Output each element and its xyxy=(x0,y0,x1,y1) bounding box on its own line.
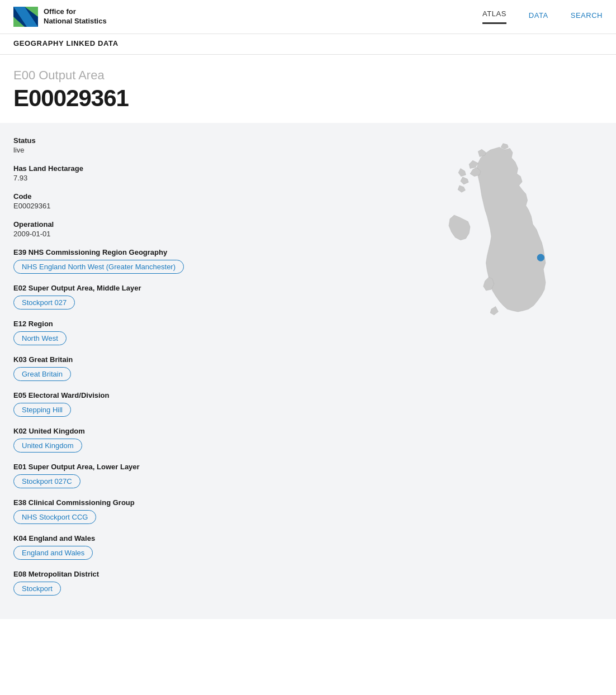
page-subtitle: E00 Output Area xyxy=(13,68,603,83)
page-main-title: E00029361 xyxy=(13,85,603,112)
field-label-2: Code xyxy=(13,192,390,201)
field-group-11: E38 Clinical Commissioning GroupNHS Stoc… xyxy=(13,498,390,524)
field-group-5: E02 Super Output Area, Middle LayerStock… xyxy=(13,284,390,310)
field-label-3: Operational xyxy=(13,220,390,229)
field-label-5: E02 Super Output Area, Middle Layer xyxy=(13,284,390,292)
org-name: Office for National Statistics xyxy=(44,7,107,26)
page-title-area: E00 Output Area E00029361 xyxy=(0,55,616,123)
field-label-4: E39 NHS Commissioning Region Geography xyxy=(13,248,390,256)
field-group-8: E05 Electoral Ward/DivisionStepping Hill xyxy=(13,391,390,417)
header-left: Office for National Statistics xyxy=(13,7,107,27)
field-group-0: Statuslive xyxy=(13,136,390,154)
nav-search[interactable]: SEARCH xyxy=(571,11,603,24)
field-tag-6[interactable]: North West xyxy=(13,331,67,345)
field-tag-4[interactable]: NHS England North West (Greater Manchest… xyxy=(13,260,184,274)
field-tag-8[interactable]: Stepping Hill xyxy=(13,403,71,417)
field-group-3: Operational2009-01-01 xyxy=(13,220,390,238)
field-label-12: K04 England and Wales xyxy=(13,534,390,542)
field-group-9: K02 United KingdomUnited Kingdom xyxy=(13,427,390,453)
field-tag-7[interactable]: Great Britain xyxy=(13,367,71,381)
content-area: StatusliveHas Land Hectarage7.93CodeE000… xyxy=(0,123,616,619)
uk-map xyxy=(413,142,591,354)
location-dot xyxy=(537,254,544,261)
site-title: GEOGRAPHY LINKED DATA xyxy=(13,39,119,47)
left-panel: StatusliveHas Land Hectarage7.93CodeE000… xyxy=(13,136,390,606)
field-value-1: 7.93 xyxy=(13,174,390,182)
field-group-13: E08 Metropolitan DistrictStockport xyxy=(13,570,390,596)
nav-atlas[interactable]: ATLAS xyxy=(482,9,506,24)
field-tag-9[interactable]: United Kingdom xyxy=(13,439,82,453)
site-title-bar: GEOGRAPHY LINKED DATA xyxy=(0,34,616,55)
field-group-10: E01 Super Output Area, Lower LayerStockp… xyxy=(13,463,390,488)
field-group-7: K03 Great BritainGreat Britain xyxy=(13,355,390,381)
field-group-6: E12 RegionNorth West xyxy=(13,320,390,345)
right-panel xyxy=(401,136,603,606)
main-nav: ATLAS DATA SEARCH xyxy=(482,9,603,24)
field-tag-5[interactable]: Stockport 027 xyxy=(13,296,75,310)
field-group-2: CodeE00029361 xyxy=(13,192,390,210)
field-value-2: E00029361 xyxy=(13,202,390,210)
field-group-12: K04 England and WalesEngland and Wales xyxy=(13,534,390,560)
field-label-0: Status xyxy=(13,136,390,145)
field-label-1: Has Land Hectarage xyxy=(13,164,390,173)
field-label-9: K02 United Kingdom xyxy=(13,427,390,435)
field-label-6: E12 Region xyxy=(13,320,390,328)
nav-data[interactable]: DATA xyxy=(529,11,548,24)
field-label-7: K03 Great Britain xyxy=(13,355,390,364)
ons-logo-icon xyxy=(13,7,38,27)
field-group-1: Has Land Hectarage7.93 xyxy=(13,164,390,182)
field-label-10: E01 Super Output Area, Lower Layer xyxy=(13,463,390,471)
field-label-8: E05 Electoral Ward/Division xyxy=(13,391,390,399)
field-value-3: 2009-01-01 xyxy=(13,230,390,238)
field-group-4: E39 NHS Commissioning Region GeographyNH… xyxy=(13,248,390,274)
field-tag-10[interactable]: Stockport 027C xyxy=(13,474,80,488)
header: Office for National Statistics ATLAS DAT… xyxy=(0,0,616,34)
field-tag-11[interactable]: NHS Stockport CCG xyxy=(13,510,96,524)
field-label-11: E38 Clinical Commissioning Group xyxy=(13,498,390,507)
field-value-0: live xyxy=(13,146,390,154)
field-tag-12[interactable]: England and Wales xyxy=(13,546,93,560)
map-container xyxy=(413,142,591,356)
field-label-13: E08 Metropolitan District xyxy=(13,570,390,578)
field-tag-13[interactable]: Stockport xyxy=(13,582,61,596)
